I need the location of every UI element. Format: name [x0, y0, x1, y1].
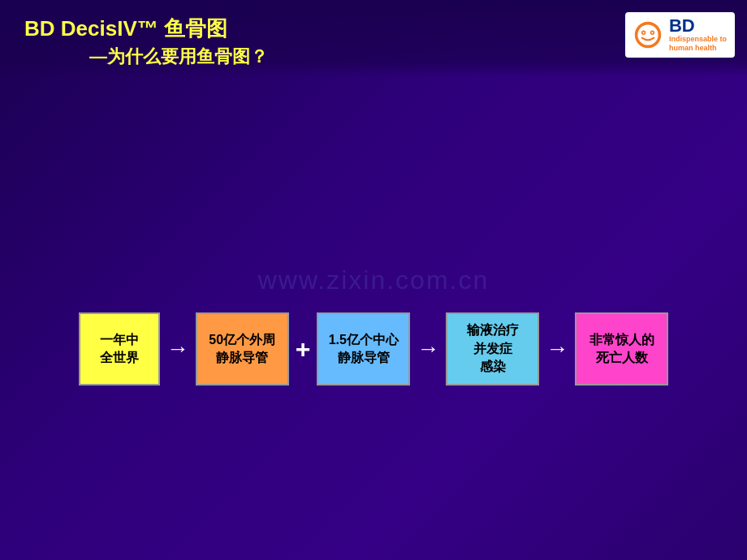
- bd-brand-name: BD: [669, 17, 727, 35]
- svg-point-4: [643, 32, 645, 33]
- flow-diagram: 一年中 全世界 → 50亿个外周 静脉导管 + 1.5亿个中心 静脉导管 → 输…: [0, 312, 747, 386]
- bd-logo: BD Indispensable to human health: [625, 12, 735, 58]
- bd-logo-text: BD Indispensable to human health: [669, 17, 727, 53]
- watermark: www.zixin.com.cn: [258, 265, 490, 295]
- plus-sign: +: [296, 334, 311, 364]
- flow-box-5: 非常惊人的 死亡人数: [575, 312, 668, 386]
- arrow-1: →: [166, 336, 189, 362]
- svg-point-1: [637, 24, 658, 45]
- flow-box-4: 输液治疗 并发症 感染: [446, 312, 539, 386]
- svg-point-5: [651, 32, 653, 33]
- flow-box-2: 50亿个外周 静脉导管: [196, 312, 289, 386]
- slide: BD DecisIV™ 鱼骨图 —为什么要用鱼骨图？ BD Indispensa…: [0, 0, 747, 560]
- flow-box-1: 一年中 全世界: [79, 312, 160, 386]
- flow-box-3: 1.5亿个中心 静脉导管: [317, 312, 410, 386]
- arrow-2: →: [417, 336, 439, 362]
- bd-tagline: Indispensable to human health: [669, 35, 727, 53]
- bd-logo-icon: [633, 20, 663, 50]
- arrow-3: →: [546, 336, 568, 362]
